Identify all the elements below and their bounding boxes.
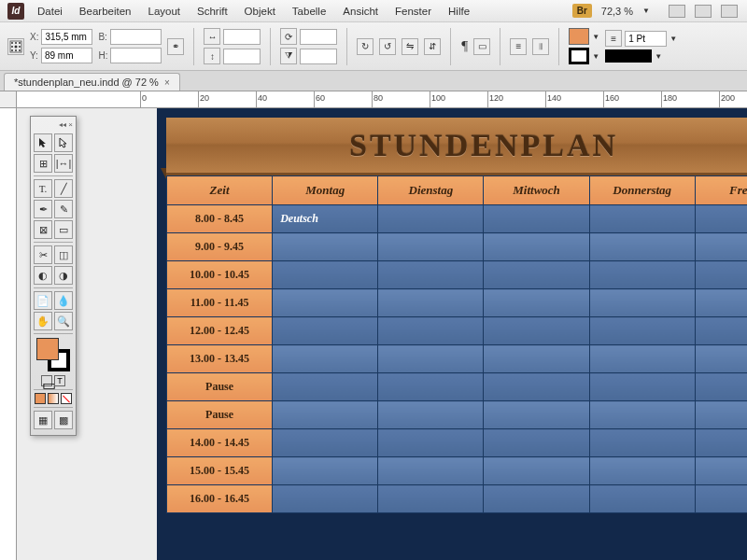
constrain-icon[interactable]: ⚭ [167, 38, 184, 55]
view-mode-preview[interactable]: ▩ [54, 411, 73, 429]
schedule-cell[interactable] [484, 373, 589, 401]
zoom-level[interactable]: 72,3 % [601, 6, 633, 17]
menu-help[interactable]: Hilfe [448, 6, 470, 17]
schedule-cell[interactable] [273, 373, 378, 401]
hand-tool[interactable]: ✋ [34, 312, 52, 330]
select-container-icon[interactable]: ▭ [473, 38, 490, 55]
schedule-cell[interactable] [273, 317, 378, 345]
schedule-cell[interactable] [273, 401, 378, 429]
fill-stroke-proxy[interactable] [35, 338, 72, 371]
time-cell[interactable]: Pause [167, 373, 273, 401]
horizontal-ruler[interactable]: 020406080100120140160180200 [17, 91, 747, 108]
menu-file[interactable]: Datei [37, 6, 63, 17]
schedule-cell[interactable] [695, 457, 747, 485]
schedule-cell[interactable]: Deutsch [273, 205, 378, 233]
time-cell[interactable]: 10.00 - 10.45 [167, 261, 273, 289]
gradient-feather-tool[interactable]: ◑ [54, 266, 73, 285]
reference-point-icon[interactable] [7, 38, 24, 55]
schedule-cell[interactable] [695, 233, 747, 261]
arrange-icon[interactable] [721, 5, 738, 18]
stroke-swatch[interactable] [569, 48, 589, 64]
schedule-cell[interactable] [484, 317, 589, 345]
schedule-cell[interactable] [273, 261, 378, 289]
bridge-button[interactable]: Br [572, 4, 592, 18]
schedule-cell[interactable] [484, 485, 589, 513]
vertical-ruler[interactable] [0, 108, 17, 560]
schedule-cell[interactable] [378, 261, 484, 289]
schedule-cell[interactable] [589, 233, 695, 261]
scale-y-icon[interactable]: ↕ [204, 48, 220, 64]
schedule-cell[interactable] [378, 317, 484, 345]
time-cell[interactable]: 8.00 - 8.45 [167, 205, 273, 233]
align-icon[interactable]: ≡ [510, 38, 527, 55]
table-header[interactable]: Zeit [167, 176, 273, 205]
schedule-cell[interactable] [378, 401, 484, 429]
schedule-cell[interactable] [378, 485, 484, 513]
stroke-style[interactable] [605, 49, 652, 63]
shear-input[interactable] [300, 49, 337, 64]
menu-table[interactable]: Tabelle [292, 6, 326, 17]
schedule-cell[interactable] [378, 429, 484, 457]
schedule-cell[interactable] [695, 261, 747, 289]
rotate-ccw-icon[interactable]: ↺ [379, 38, 396, 55]
schedule-cell[interactable] [378, 233, 484, 261]
view-mode-normal[interactable]: ▦ [34, 411, 52, 429]
table-header[interactable]: Freitag [695, 176, 747, 205]
apply-gradient-icon[interactable] [48, 393, 59, 404]
schedule-cell[interactable] [484, 401, 589, 429]
document-tab[interactable]: *stundenplan_neu.indd @ 72 % × [4, 73, 180, 91]
schedule-cell[interactable] [273, 457, 378, 485]
schedule-cell[interactable] [589, 457, 695, 485]
schedule-cell[interactable] [378, 205, 484, 233]
schedule-cell[interactable] [378, 457, 484, 485]
schedule-cell[interactable] [589, 317, 695, 345]
shear-icon[interactable]: ⧩ [280, 48, 297, 64]
page[interactable]: STUNDENPLAN ZeitMontagDienstagMittwochDo… [157, 108, 747, 560]
schedule-cell[interactable] [484, 205, 589, 233]
menu-window[interactable]: Fenster [395, 6, 431, 17]
collapse-icon[interactable]: ◂◂ [59, 120, 66, 130]
rectangle-frame-tool[interactable]: ⊠ [34, 220, 52, 239]
close-icon[interactable]: × [164, 77, 170, 88]
schedule-cell[interactable] [695, 429, 747, 457]
scale-x-input[interactable] [223, 29, 261, 45]
chevron-down-icon[interactable]: ▼ [592, 33, 599, 41]
schedule-cell[interactable] [589, 205, 695, 233]
schedule-cell[interactable] [695, 345, 747, 373]
schedule-cell[interactable] [273, 233, 378, 261]
pen-tool[interactable]: ✒ [34, 200, 52, 218]
table-header[interactable]: Mittwoch [484, 176, 589, 205]
width-input[interactable] [110, 29, 162, 45]
chevron-down-icon[interactable]: ▼ [642, 7, 650, 15]
schedule-cell[interactable] [695, 317, 747, 345]
menu-edit[interactable]: Bearbeiten [79, 6, 132, 17]
view-options-icon[interactable] [669, 5, 685, 18]
rectangle-tool[interactable]: ▭ [54, 220, 73, 239]
time-cell[interactable]: 15.00 - 15.45 [167, 457, 273, 485]
distribute-icon[interactable]: ⫴ [532, 38, 549, 55]
type-tool[interactable]: T. [34, 179, 52, 198]
menu-layout[interactable]: Layout [148, 6, 180, 17]
apply-color-icon[interactable] [35, 393, 46, 404]
schedule-table[interactable]: ZeitMontagDienstagMittwochDonnerstagFrei… [166, 175, 747, 513]
rotate-icon[interactable]: ⟳ [280, 28, 297, 45]
menu-object[interactable]: Objekt [245, 6, 275, 17]
paragraph-style-icon[interactable]: ¶ [460, 38, 468, 54]
direct-selection-tool[interactable] [54, 133, 73, 152]
formatting-text-icon[interactable]: T [54, 375, 65, 386]
table-header[interactable]: Dienstag [378, 176, 484, 205]
apply-none-icon[interactable] [61, 393, 72, 404]
stroke-weight-input[interactable] [625, 31, 667, 47]
schedule-cell[interactable] [484, 289, 589, 317]
tools-panel[interactable]: ◂◂× ⊞|↔| T.╱ ✒✎ ⊠▭ ✂◫ ◐◑ 📄💧 ✋🔍 ▭T ▦▩ [30, 116, 77, 436]
schedule-cell[interactable] [589, 429, 695, 457]
schedule-cell[interactable] [378, 289, 484, 317]
schedule-cell[interactable] [695, 289, 747, 317]
close-icon[interactable]: × [68, 120, 73, 130]
schedule-cell[interactable] [484, 233, 589, 261]
screen-mode-icon[interactable] [695, 5, 712, 18]
rotate-input[interactable] [300, 29, 337, 45]
schedule-cell[interactable] [695, 373, 747, 401]
scissors-tool[interactable]: ✂ [34, 245, 52, 264]
schedule-cell[interactable] [695, 401, 747, 429]
